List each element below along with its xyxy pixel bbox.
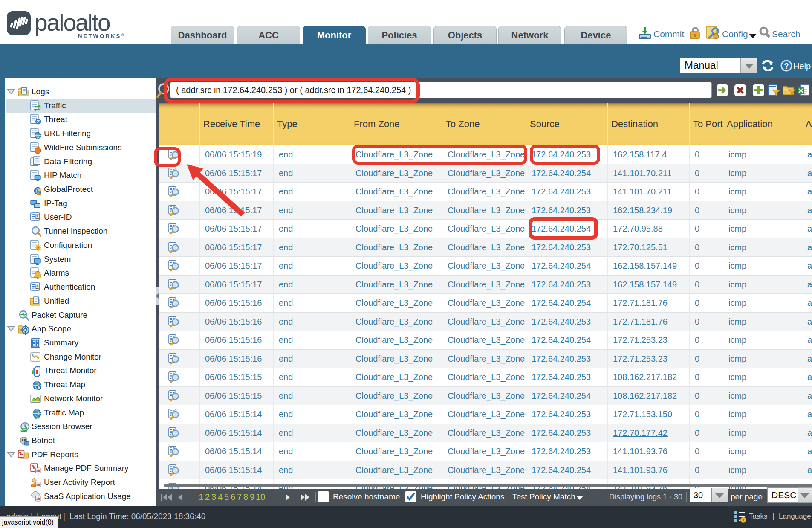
- svg-text:?: ?: [784, 62, 789, 70]
